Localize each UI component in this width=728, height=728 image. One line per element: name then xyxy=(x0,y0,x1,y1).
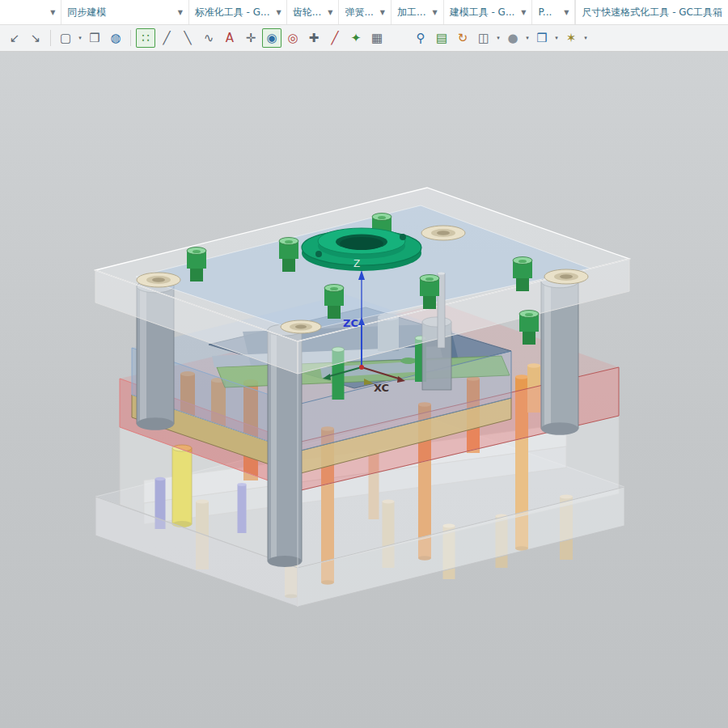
image-icon[interactable]: ▤ xyxy=(432,28,451,48)
chevron-down-icon: ▼ xyxy=(277,9,281,16)
select-rect-icon[interactable]: ▢ xyxy=(56,28,75,48)
tab-p[interactable]: P... ▼ xyxy=(532,0,575,24)
tab-label: 标准化工具 - G... xyxy=(195,6,270,19)
tab-label: 建模工具 - G... xyxy=(450,6,515,19)
chevron-down-icon: ▼ xyxy=(521,9,526,16)
chevron-down-icon: ▼ xyxy=(178,9,183,16)
chevron-down-icon: ▼ xyxy=(432,9,437,16)
tab-label: 尺寸快速格式化工具 - GC工具箱 xyxy=(582,6,722,19)
tab-spring[interactable]: 弹簧... ▼ xyxy=(339,0,392,24)
chevron-down-icon[interactable]: ▾ xyxy=(582,35,589,41)
line-icon[interactable]: ╱ xyxy=(157,28,176,48)
text-icon[interactable]: A xyxy=(220,28,239,48)
toolbar-separator xyxy=(130,30,131,46)
main-toolbar: ↙ ↘ ▢ ▾ ❒ ◍ ∷ ╱ ╲ ∿ A ✛ ◉ ◎ ✚ ╱ ✦ ▦ ⚲ ▤ … xyxy=(0,25,728,52)
orient-view-icon[interactable]: ❒ xyxy=(532,28,552,48)
tab-label: 弹簧... xyxy=(345,6,373,19)
tab-gc-toolbox[interactable]: 尺寸快速格式化工具 - GC工具箱 xyxy=(575,0,728,24)
locating-ring[interactable] xyxy=(302,228,421,271)
cylinder-icon[interactable]: ◍ xyxy=(106,28,125,48)
menu-tab-bar: ▼ 同步建模 ▼ 标准化工具 - G... ▼ 齿轮... ▼ 弹簧... ▼ … xyxy=(0,0,728,25)
point-icon[interactable]: ✚ xyxy=(304,28,324,48)
chevron-down-icon: ▼ xyxy=(380,9,385,16)
bushing xyxy=(281,320,321,333)
tab-standard-tools[interactable]: 标准化工具 - G... ▼ xyxy=(189,0,287,24)
tab-synchronous-modeling[interactable]: 同步建模 ▼ xyxy=(61,0,188,24)
chevron-down-icon: ▼ xyxy=(50,9,55,16)
bushing xyxy=(137,273,180,287)
ellipse-icon[interactable]: ◎ xyxy=(283,28,303,48)
cube-icon[interactable]: ❒ xyxy=(85,28,104,48)
copy-arrow-icon[interactable]: ↘ xyxy=(26,28,45,48)
chevron-down-icon: ▼ xyxy=(564,9,569,16)
tab-machining[interactable]: 加工... ▼ xyxy=(392,0,444,24)
chevron-down-icon[interactable]: ▾ xyxy=(524,35,531,41)
chevron-down-icon: ▼ xyxy=(328,9,332,16)
tab-label: P... xyxy=(538,6,552,18)
z-axis-label: Z xyxy=(353,258,360,269)
origin-point xyxy=(359,365,364,370)
calculator-icon[interactable]: ▦ xyxy=(367,28,387,48)
tab-gear[interactable]: 齿轮... ▼ xyxy=(287,0,340,24)
xc-axis-label: XC xyxy=(374,382,389,394)
mold-3d-model[interactable]: Z ZC XC xyxy=(0,52,728,728)
zc-axis-label: ZC xyxy=(343,317,358,329)
toolbar-separator xyxy=(50,30,51,46)
datum-plane-icon[interactable]: ✛ xyxy=(241,28,260,48)
polyline-icon[interactable]: ╲ xyxy=(178,28,197,48)
snap-point-icon[interactable]: ∷ xyxy=(136,28,155,48)
window-layout-icon[interactable]: ◫ xyxy=(474,28,493,48)
spline-icon[interactable]: ∿ xyxy=(199,28,218,48)
tab-label: 同步建模 xyxy=(67,6,106,19)
tab-modeling-tools[interactable]: 建模工具 - G... ▼ xyxy=(444,0,533,24)
magic-wand-icon[interactable]: ✶ xyxy=(561,28,581,48)
chevron-down-icon[interactable]: ▾ xyxy=(553,35,560,41)
ring-screw xyxy=(315,251,322,257)
sketch-line-icon[interactable]: ╱ xyxy=(325,28,345,48)
bushing xyxy=(544,269,588,284)
chevron-down-icon[interactable]: ▾ xyxy=(495,35,502,41)
graphics-viewport[interactable]: Z ZC XC xyxy=(0,52,728,728)
chevron-down-icon[interactable]: ▾ xyxy=(77,35,83,41)
pan-arrow-icon[interactable]: ↙ xyxy=(5,28,24,48)
zoom-window-icon[interactable]: ⚲ xyxy=(411,28,430,48)
tab-label: 加工... xyxy=(397,6,425,19)
tab-label: 齿轮... xyxy=(293,6,321,19)
tab-home[interactable]: ▼ xyxy=(0,0,61,24)
refresh-icon[interactable]: ↻ xyxy=(453,28,472,48)
ring-screw xyxy=(400,234,406,240)
circle-center-icon[interactable]: ◉ xyxy=(262,28,281,48)
wcs-dynamics-icon[interactable]: ✦ xyxy=(346,28,366,48)
shaded-view-icon[interactable]: ● xyxy=(503,28,523,48)
bushing xyxy=(421,226,465,240)
